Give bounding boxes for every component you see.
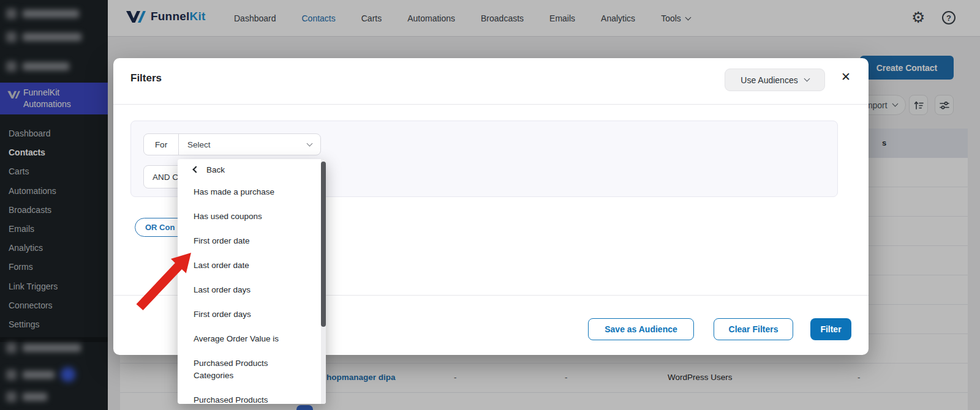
filter-button[interactable]: Filter — [810, 318, 851, 340]
dropdown-item-has-made-a-purchase[interactable]: Has made a purchase — [178, 180, 282, 204]
filter-options-dropdown: Back Has made a purchase Has used coupon… — [178, 159, 326, 404]
chevron-left-icon — [192, 166, 199, 173]
save-as-audience-button[interactable]: Save as Audience — [588, 318, 694, 340]
clear-filters-button[interactable]: Clear Filters — [714, 318, 793, 340]
chevron-down-icon — [804, 76, 810, 82]
dropdown-scrollbar[interactable] — [321, 159, 326, 404]
dropdown-item-has-used-coupons[interactable]: Has used coupons — [178, 204, 282, 229]
select-value: Select — [187, 140, 211, 149]
filter-field-select[interactable]: For Select — [143, 133, 321, 155]
scrollbar-thumb[interactable] — [321, 162, 326, 327]
close-icon[interactable]: ✕ — [841, 71, 851, 83]
chevron-down-icon — [307, 140, 313, 146]
for-label: For — [144, 134, 179, 155]
screen: FunnelKit Automations Dashboard Contacts… — [0, 0, 980, 410]
divider — [113, 104, 869, 105]
dropdown-back-item[interactable]: Back — [178, 159, 326, 180]
dropdown-item-average-order-value[interactable]: Average Order Value is — [178, 327, 282, 351]
use-audiences-button[interactable]: Use Audiences — [725, 69, 825, 91]
dropdown-item-purchased-products-categories[interactable]: Purchased Products Categories — [178, 351, 282, 388]
red-annotation-arrow — [132, 248, 196, 312]
modal-title: Filters — [130, 72, 162, 84]
dropdown-item-purchased-products-tags[interactable]: Purchased Products Tags — [178, 388, 282, 404]
